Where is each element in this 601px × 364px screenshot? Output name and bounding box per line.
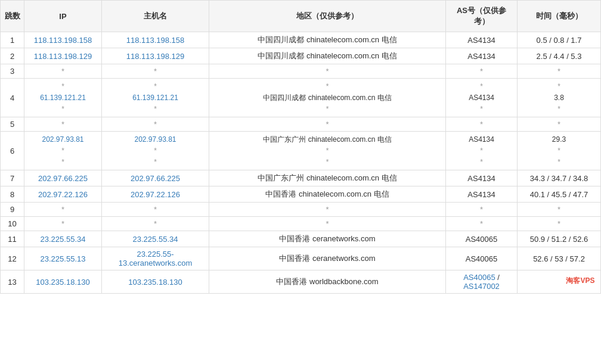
as-link[interactable]: AS40065 <box>463 273 495 282</box>
cell-hostname: 202.97.66.225 <box>102 170 209 186</box>
ip-link[interactable]: 202.97.22.126 <box>38 190 88 199</box>
cell-region: 中国四川成都 chinatelecom.com.cn 电信 <box>209 32 446 48</box>
cell-ip: * <box>24 203 102 217</box>
table-row: 1223.225.55.1323.225.55-13.ceranetworks.… <box>1 247 601 270</box>
cell-ip: * <box>24 217 102 231</box>
hostname-link[interactable]: 202.97.93.81 <box>134 135 176 144</box>
cell-hostname: 23.225.55.34 <box>102 231 209 247</box>
cell-hop: 2 <box>1 48 24 64</box>
table-row: 3***** <box>1 64 601 79</box>
table-row: 4*61.139.121.21**61.139.121.21**中国四川成都 c… <box>1 79 601 117</box>
cell-region: *中国四川成都 chinatelecom.com.cn 电信* <box>209 79 446 117</box>
cell-region: * <box>209 117 446 132</box>
table-row: 1123.225.55.3423.225.55.34中国香港 ceranetwo… <box>1 231 601 247</box>
table-header-row: 跳数 IP 主机名 地区（仅供参考） AS号（仅供参考） 时间（毫秒） <box>1 1 601 32</box>
cell-time: 52.6 / 53 / 57.2 <box>518 247 601 270</box>
cell-hostname: 118.113.198.129 <box>102 48 209 64</box>
cell-hop: 3 <box>1 64 24 79</box>
table-row: 1118.113.198.158118.113.198.158中国四川成都 ch… <box>1 32 601 48</box>
table-row: 6202.97.93.81**202.97.93.81**中国广东广州 chin… <box>1 132 601 170</box>
cell-hop: 7 <box>1 170 24 186</box>
hostname-link[interactable]: 103.235.18.130 <box>128 278 182 287</box>
table-row: 9***** <box>1 203 601 217</box>
cell-hostname: 202.97.22.126 <box>102 186 209 203</box>
cell-as: * <box>446 64 518 79</box>
cell-hop: 5 <box>1 117 24 132</box>
cell-region: * <box>209 203 446 217</box>
ip-link[interactable]: 202.97.93.81 <box>42 135 83 144</box>
cell-ip: 23.225.55.34 <box>24 231 102 247</box>
cell-ip: 202.97.66.225 <box>24 170 102 186</box>
header-hostname: 主机名 <box>102 1 209 32</box>
header-time: 时间（毫秒） <box>518 1 601 32</box>
as-link[interactable]: AS147002 <box>463 282 500 291</box>
ip-link[interactable]: 23.225.55.13 <box>41 254 86 263</box>
cell-time: 34.3 / 34.7 / 34.8 <box>518 170 601 186</box>
cell-hostname: * <box>102 117 209 132</box>
cell-hostname: *61.139.121.21* <box>102 79 209 117</box>
cell-ip: 118.113.198.158 <box>24 32 102 48</box>
watermark: 淘客VPS <box>566 276 594 286</box>
cell-hostname: 118.113.198.158 <box>102 32 209 48</box>
hostname-link[interactable]: 23.225.55-13.ceranetworks.com <box>119 250 193 267</box>
cell-as: AS4134 <box>446 48 518 64</box>
cell-time: 2.5 / 4.4 / 5.3 <box>518 48 601 64</box>
cell-time: * <box>518 117 601 132</box>
cell-as: AS4134 <box>446 32 518 48</box>
hostname-link[interactable]: 61.139.121.21 <box>132 94 178 102</box>
cell-hostname: 23.225.55-13.ceranetworks.com <box>102 247 209 270</box>
cell-region: 中国广东广州 chinatelecom.com.cn 电信 <box>209 170 446 186</box>
cell-as: * <box>446 203 518 217</box>
cell-time: *3.8* <box>518 79 601 117</box>
hostname-link[interactable]: 202.97.22.126 <box>131 190 180 199</box>
table-row: 10***** <box>1 217 601 231</box>
cell-hop: 8 <box>1 186 24 203</box>
cell-region: * <box>209 217 446 231</box>
cell-hostname: 103.235.18.130 <box>102 270 209 294</box>
ip-link[interactable]: 202.97.66.225 <box>38 174 88 183</box>
cell-hop: 6 <box>1 132 24 170</box>
cell-ip: 202.97.22.126 <box>24 186 102 203</box>
cell-region: * <box>209 64 446 79</box>
ip-link[interactable]: 118.113.198.158 <box>34 36 92 45</box>
cell-ip: 23.225.55.13 <box>24 247 102 270</box>
cell-as: AS40065 <box>446 231 518 247</box>
cell-region: 中国香港 worldbackbone.com <box>209 270 446 294</box>
ip-link[interactable]: 61.139.121.21 <box>40 94 86 102</box>
hostname-link[interactable]: 202.97.66.225 <box>131 174 180 183</box>
header-as: AS号（仅供参考） <box>446 1 518 32</box>
cell-hop: 9 <box>1 203 24 217</box>
table-row: 8202.97.22.126202.97.22.126中国香港 chinatel… <box>1 186 601 203</box>
hostname-link[interactable]: 118.113.198.158 <box>126 36 185 45</box>
cell-time: * <box>518 64 601 79</box>
cell-hostname: * <box>102 203 209 217</box>
table-body: 1118.113.198.158118.113.198.158中国四川成都 ch… <box>1 32 601 294</box>
header-hop: 跳数 <box>1 1 24 32</box>
header-region: 地区（仅供参考） <box>209 1 446 32</box>
cell-time: 40.1 / 45.5 / 47.7 <box>518 186 601 203</box>
ip-link[interactable]: 23.225.55.34 <box>41 235 86 244</box>
ip-link[interactable]: 103.235.18.130 <box>36 278 89 287</box>
cell-region: 中国香港 ceranetworks.com <box>209 231 446 247</box>
cell-hostname: * <box>102 64 209 79</box>
table-row: 2118.113.198.129118.113.198.129中国四川成都 ch… <box>1 48 601 64</box>
cell-ip: * <box>24 117 102 132</box>
cell-region: 中国四川成都 chinatelecom.com.cn 电信 <box>209 48 446 64</box>
table-row: 7202.97.66.225202.97.66.225中国广东广州 chinat… <box>1 170 601 186</box>
cell-ip: *61.139.121.21* <box>24 79 102 117</box>
cell-as: AS40065 <box>446 247 518 270</box>
header-ip: IP <box>24 1 102 32</box>
cell-as: * <box>446 217 518 231</box>
ip-link[interactable]: 118.113.198.129 <box>34 52 92 61</box>
cell-time: * <box>518 217 601 231</box>
cell-region: 中国广东广州 chinatelecom.com.cn 电信** <box>209 132 446 170</box>
hostname-link[interactable]: 23.225.55.34 <box>133 235 178 244</box>
cell-time: 50.9 / 51.2 / 52.6 <box>518 231 601 247</box>
cell-hop: 11 <box>1 231 24 247</box>
cell-hostname: * <box>102 217 209 231</box>
cell-as: *AS4134* <box>446 79 518 117</box>
cell-hop: 4 <box>1 79 24 117</box>
hostname-link[interactable]: 118.113.198.129 <box>126 52 185 61</box>
cell-time: 29.3** <box>518 132 601 170</box>
cell-hop: 10 <box>1 217 24 231</box>
